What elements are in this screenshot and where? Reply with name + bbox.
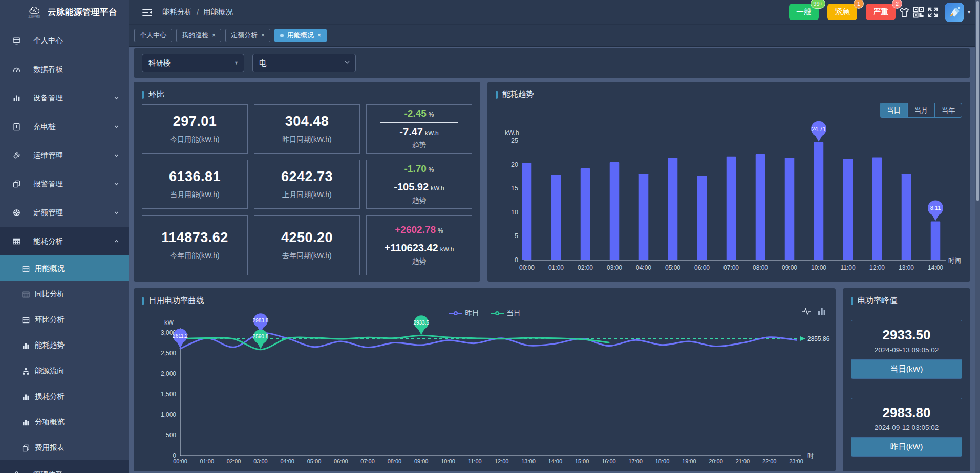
page-scrollbar[interactable] bbox=[975, 0, 980, 473]
scrollbar-thumb[interactable] bbox=[976, 1, 979, 201]
svg-text:2,500: 2,500 bbox=[161, 350, 176, 357]
svg-text:kW: kW bbox=[164, 319, 174, 326]
trend-divider bbox=[380, 239, 458, 239]
svg-text:5: 5 bbox=[515, 232, 518, 240]
stat-cell: 4250.20去年同期(kW.h) bbox=[254, 215, 360, 275]
tab-我的巡检[interactable]: 我的巡检× bbox=[176, 29, 221, 42]
table-icon bbox=[22, 316, 29, 323]
line-chart-toggle-icon[interactable] bbox=[802, 307, 811, 316]
sidebar-item-个人中心[interactable]: 个人中心 bbox=[0, 26, 129, 55]
tab-个人中心[interactable]: 个人中心 bbox=[134, 29, 172, 42]
energy-type-select[interactable]: 电 bbox=[252, 54, 356, 72]
svg-text:20:00: 20:00 bbox=[709, 458, 723, 464]
svg-text:05:00: 05:00 bbox=[307, 458, 322, 464]
tab-label: 用能概况 bbox=[287, 31, 314, 40]
breadcrumb-item[interactable]: 能耗分析 bbox=[162, 7, 192, 17]
range-tab-当日[interactable]: 当日 bbox=[880, 103, 907, 117]
sidebar-subitem-能源流向[interactable]: 能源流向 bbox=[0, 358, 129, 383]
user-menu-caret-icon[interactable]: ▾ bbox=[968, 9, 970, 15]
sidebar-item-运维管理[interactable]: 运维管理 bbox=[0, 141, 129, 169]
sidebar-item-能耗分析[interactable]: 能耗分析 bbox=[0, 227, 129, 255]
peak-block-today: 2933.50 2024-09-13 09:05:02 当日(kW) bbox=[851, 320, 962, 379]
alarm-button-严重[interactable]: 严重2 bbox=[866, 4, 896, 20]
sidebar-item-充电桩[interactable]: 充电桩 bbox=[0, 112, 129, 141]
sidebar-subitem-同比分析[interactable]: 同比分析 bbox=[0, 281, 129, 307]
trend-amount: -7.47kW.h bbox=[399, 126, 438, 138]
sidebar-item-定额管理[interactable]: 定额管理 bbox=[0, 198, 129, 227]
peak-label-button[interactable]: 当日(kW) bbox=[851, 359, 962, 378]
energy-trend-bar-chart[interactable]: kW.h252015105000:0001:0002:0003:0004:000… bbox=[496, 102, 962, 284]
close-tab-icon[interactable]: × bbox=[317, 32, 321, 39]
trend-label: 趋势 bbox=[412, 196, 427, 205]
stat-label: 上月同期(kW.h) bbox=[282, 190, 331, 200]
sidebar-item-设备管理[interactable]: 设备管理 bbox=[0, 83, 129, 112]
svg-text:11:00: 11:00 bbox=[468, 458, 482, 464]
bar bbox=[814, 142, 824, 260]
svg-text:1,000: 1,000 bbox=[161, 411, 176, 418]
qr-code-icon[interactable] bbox=[913, 7, 924, 18]
stat-label: 当月用能(kW.h) bbox=[170, 190, 219, 200]
chart-legend: 昨日当日 bbox=[449, 309, 521, 318]
tab-用能概况[interactable]: 用能概况× bbox=[274, 29, 327, 42]
user-avatar[interactable] bbox=[945, 3, 964, 22]
sidebar-subitem-分项概览[interactable]: 分项概览 bbox=[0, 409, 129, 435]
sidebar-subitem-损耗分析[interactable]: 损耗分析 bbox=[0, 383, 129, 409]
legend-item-昨日[interactable]: 昨日 bbox=[449, 309, 479, 318]
peak-timestamp: 2024-09-12 03:05:02 bbox=[851, 424, 962, 432]
chart-marker-pin: 24.71 bbox=[811, 121, 826, 142]
monitor-icon bbox=[13, 37, 20, 45]
sidebar-subitem-环比分析[interactable]: 环比分析 bbox=[0, 307, 129, 332]
building-select[interactable]: 科研楼 ▼ bbox=[142, 54, 244, 72]
svg-text:0: 0 bbox=[515, 256, 518, 264]
bar bbox=[931, 221, 941, 260]
sidebar-subitem-能耗趋势[interactable]: 能耗趋势 bbox=[0, 332, 129, 358]
sidebar-item-label: 个人中心 bbox=[33, 36, 119, 46]
top-header: 能耗分析 / 用能概况 一般99+紧急1严重2 ▾ bbox=[129, 0, 975, 25]
close-tab-icon[interactable]: × bbox=[212, 32, 216, 39]
fullscreen-icon[interactable] bbox=[927, 7, 939, 18]
panel-title-text: 日用电功率曲线 bbox=[148, 295, 204, 306]
peak-label-button[interactable]: 昨日(kW) bbox=[851, 437, 962, 456]
stat-value: 304.48 bbox=[285, 114, 329, 130]
sidebar-item-报警管理[interactable]: 报警管理 bbox=[0, 169, 129, 198]
sidebar-subitem-费用报表[interactable]: 费用报表 bbox=[0, 435, 129, 460]
stat-value: 114873.62 bbox=[161, 230, 228, 246]
daily-power-line-chart[interactable]: kW3,0002,5002,0001,5001,000500000:0001:0… bbox=[142, 292, 828, 471]
bar bbox=[639, 174, 649, 260]
ring-compare-panel: 环比 297.01今日用能(kW.h)304.48昨日同期(kW.h)-2.45… bbox=[134, 82, 480, 282]
bars-icon bbox=[22, 393, 29, 400]
range-tab-当月[interactable]: 当月 bbox=[907, 103, 934, 117]
bar-chart-toggle-icon[interactable] bbox=[817, 307, 826, 316]
theme-tshirt-icon[interactable] bbox=[899, 7, 910, 18]
panel-title: 能耗趋势 bbox=[496, 89, 534, 100]
sidebar-item-label: 充电桩 bbox=[33, 122, 114, 132]
sidebar-item-管理体系[interactable]: 管理体系 bbox=[0, 460, 129, 473]
trend-amount: -105.92kW.h bbox=[394, 181, 444, 193]
alarm-button-紧急[interactable]: 紧急1 bbox=[827, 4, 857, 20]
copy-icon bbox=[22, 444, 29, 451]
alarm-button-一般[interactable]: 一般99+ bbox=[789, 4, 819, 20]
legend-item-当日[interactable]: 当日 bbox=[491, 309, 521, 318]
close-tab-icon[interactable]: × bbox=[261, 32, 265, 39]
bar bbox=[872, 158, 882, 260]
range-tab-当年[interactable]: 当年 bbox=[934, 103, 962, 117]
trend-divider bbox=[380, 178, 458, 178]
svg-text:06:00: 06:00 bbox=[334, 458, 348, 464]
svg-text:10:00: 10:00 bbox=[441, 458, 455, 464]
tab-定额分析[interactable]: 定额分析× bbox=[225, 29, 270, 42]
stat-cell: 6136.81当月用能(kW.h) bbox=[142, 160, 248, 209]
svg-text:10:00: 10:00 bbox=[811, 264, 826, 271]
svg-text:04:00: 04:00 bbox=[280, 458, 294, 464]
svg-text:09:00: 09:00 bbox=[782, 264, 797, 271]
sidebar: 云脉科技 云脉能源管理平台 个人中心数据看板设备管理充电桩运维管理报警管理定额管… bbox=[0, 0, 129, 473]
panel-title-text: 电功率峰值 bbox=[858, 295, 898, 306]
trend-cell: -2.45%-7.47kW.h趋势 bbox=[366, 104, 472, 154]
bar bbox=[727, 157, 736, 260]
collapse-sidebar-icon[interactable] bbox=[142, 8, 152, 16]
svg-text:17:00: 17:00 bbox=[628, 458, 643, 464]
sidebar-subitem-用能概况[interactable]: 用能概况 bbox=[0, 255, 129, 281]
chevron-down-icon bbox=[114, 124, 119, 130]
breadcrumb-separator: / bbox=[197, 8, 199, 16]
sidebar-item-数据看板[interactable]: 数据看板 bbox=[0, 55, 129, 83]
legend-label: 当日 bbox=[507, 309, 521, 318]
